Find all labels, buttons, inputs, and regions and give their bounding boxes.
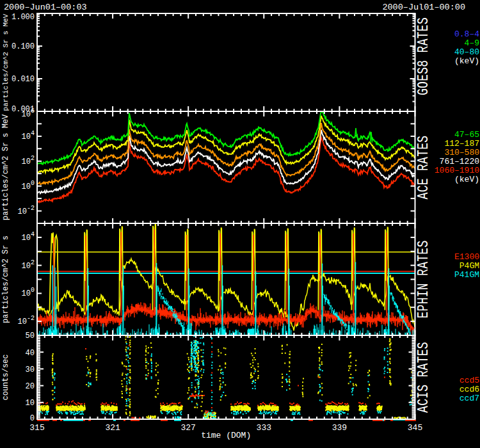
svg-text:P4GM: P4GM bbox=[460, 261, 479, 271]
svg-text:EPHIN RATES: EPHIN RATES bbox=[415, 240, 432, 318]
svg-text:310–580: 310–580 bbox=[444, 148, 479, 157]
svg-text:GOES8 RATES: GOES8 RATES bbox=[415, 17, 432, 95]
svg-text:339: 339 bbox=[332, 423, 347, 433]
svg-text:particles/cm^2 Sr s MeV: particles/cm^2 Sr s MeV bbox=[1, 114, 10, 220]
svg-text:112–187: 112–187 bbox=[444, 139, 479, 148]
svg-text:50: 50 bbox=[26, 332, 35, 340]
svg-text:327: 327 bbox=[180, 423, 195, 433]
svg-text:1060–1910: 1060–1910 bbox=[435, 166, 479, 175]
svg-text:(keV): (keV) bbox=[454, 175, 479, 184]
svg-text:particles/cm^2 Sr s: particles/cm^2 Sr s bbox=[1, 236, 10, 323]
svg-text:47–65: 47–65 bbox=[454, 130, 479, 140]
svg-text:0.100: 0.100 bbox=[12, 42, 35, 51]
svg-text:761–1220: 761–1220 bbox=[440, 157, 479, 166]
svg-text:333: 333 bbox=[257, 423, 271, 433]
svg-text:4–9: 4–9 bbox=[465, 38, 479, 48]
svg-text:30: 30 bbox=[26, 365, 35, 374]
svg-text:ACIS RATES: ACIS RATES bbox=[415, 342, 432, 413]
svg-text:ACE RATES: ACE RATES bbox=[415, 136, 432, 200]
svg-text:10: 10 bbox=[26, 399, 35, 408]
svg-text:1.000: 1.000 bbox=[12, 13, 35, 22]
svg-text:particles/cm^2 Sr s MeV: particles/cm^2 Sr s MeV bbox=[2, 13, 10, 111]
svg-text:315: 315 bbox=[29, 423, 44, 433]
svg-text:0.8–4: 0.8–4 bbox=[454, 29, 479, 39]
svg-text:2000–Jun01–00:03: 2000–Jun01–00:03 bbox=[4, 3, 87, 12]
svg-text:40–80: 40–80 bbox=[454, 47, 479, 57]
svg-text:321: 321 bbox=[105, 423, 120, 433]
svg-text:2000–Jul01–00:00: 2000–Jul01–00:00 bbox=[382, 3, 465, 12]
svg-text:P41GM: P41GM bbox=[454, 270, 479, 280]
svg-text:(keV): (keV) bbox=[454, 56, 479, 66]
svg-text:ccd5: ccd5 bbox=[460, 376, 479, 385]
svg-text:0: 0 bbox=[30, 414, 35, 423]
svg-text:345: 345 bbox=[408, 423, 422, 433]
svg-text:counts/sec: counts/sec bbox=[1, 354, 10, 400]
svg-text:0.010: 0.010 bbox=[12, 75, 35, 84]
svg-text:E1300: E1300 bbox=[454, 252, 479, 262]
svg-text:ccd6: ccd6 bbox=[460, 385, 479, 394]
svg-text:40: 40 bbox=[26, 349, 35, 358]
svg-text:ccd7: ccd7 bbox=[460, 394, 479, 403]
svg-text:20: 20 bbox=[26, 382, 35, 391]
svg-text:time (DOM): time (DOM) bbox=[201, 431, 251, 440]
